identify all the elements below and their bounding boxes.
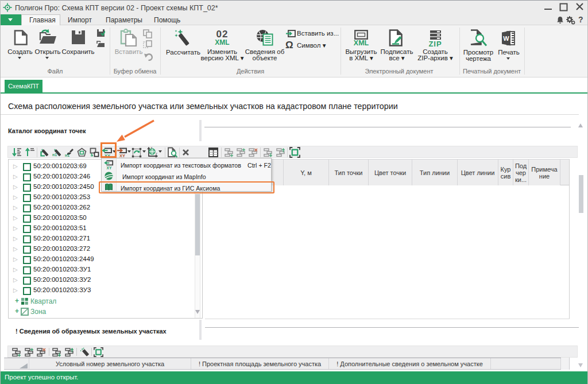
svg-text:x: x	[151, 147, 153, 149]
svg-text:y: y	[156, 152, 157, 155]
svg-text:W: W	[503, 35, 509, 42]
svg-text:XY: XY	[106, 166, 111, 169]
svg-text:н1: н1	[52, 153, 57, 157]
svg-text:XY: XY	[119, 153, 125, 158]
svg-text:н1: н1	[65, 153, 69, 157]
